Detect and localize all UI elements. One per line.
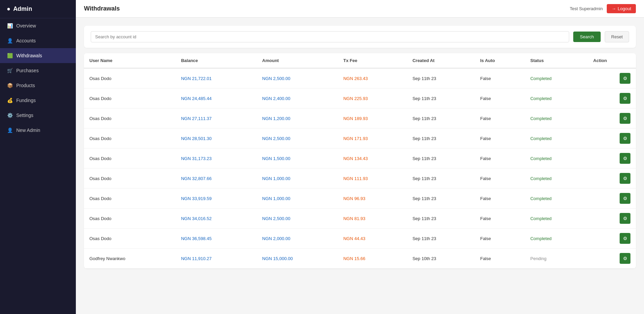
cell-createdat: Sep 10th 23 xyxy=(407,249,475,269)
cell-createdat: Sep 11th 23 xyxy=(407,109,475,129)
cell-status: Completed xyxy=(525,169,588,189)
cell-amount: NGN 1,000.00 xyxy=(257,169,338,189)
cell-txfee: NGN 171.93 xyxy=(338,129,407,149)
cell-txfee: NGN 263.43 xyxy=(338,68,407,89)
action-button-6[interactable]: ⚙ xyxy=(620,193,630,204)
cell-action: ⚙ xyxy=(588,149,636,168)
cell-username: Osas Dodo xyxy=(84,149,176,169)
cell-status: Completed xyxy=(525,189,588,209)
cell-action: ⚙ xyxy=(588,109,636,128)
sidebar-label-withdrawals: Withdrawals xyxy=(16,53,42,58)
action-button-8[interactable]: ⚙ xyxy=(620,233,630,244)
cell-status: Completed xyxy=(525,149,588,169)
action-button-4[interactable]: ⚙ xyxy=(620,153,630,164)
cell-isauto: False xyxy=(475,109,525,129)
cell-balance: NGN 24,485.44 xyxy=(176,89,257,109)
header-right: Test Superadmin → Logout xyxy=(570,4,636,13)
content-area: Search Reset User NameBalanceAmountTx Fe… xyxy=(76,18,644,314)
cell-balance: NGN 21,722.01 xyxy=(176,68,257,89)
settings-icon: ⚙️ xyxy=(7,113,13,118)
sidebar-label-overview: Overview xyxy=(16,23,36,28)
sidebar-nav: 📊Overview👤Accounts🟩Withdrawals🛒Purchases… xyxy=(0,18,76,138)
logout-icon: → xyxy=(611,6,616,11)
cell-txfee: NGN 111.93 xyxy=(338,169,407,189)
sidebar-logo: ● Admin xyxy=(0,0,76,18)
reset-button[interactable]: Reset xyxy=(605,31,629,42)
sidebar-item-settings[interactable]: ⚙️Settings xyxy=(0,108,76,123)
action-button-7[interactable]: ⚙ xyxy=(620,213,630,224)
sidebar-label-settings: Settings xyxy=(16,113,34,118)
cell-txfee: NGN 189.93 xyxy=(338,109,407,129)
sidebar-label-products: Products xyxy=(16,83,35,88)
cell-isauto: False xyxy=(475,229,525,249)
cell-isauto: False xyxy=(475,169,525,189)
overview-icon: 📊 xyxy=(7,23,13,28)
cell-amount: NGN 2,500.00 xyxy=(257,209,338,229)
cell-username: Osas Dodo xyxy=(84,129,176,149)
cell-status: Pending xyxy=(525,249,588,269)
cell-balance: NGN 31,173.23 xyxy=(176,149,257,169)
col-header-status: Status xyxy=(525,53,588,68)
sidebar-item-withdrawals[interactable]: 🟩Withdrawals xyxy=(0,48,76,63)
main-content: Withdrawals Test Superadmin → Logout Sea… xyxy=(76,0,644,314)
fundings-icon: 💰 xyxy=(7,98,13,103)
cell-createdat: Sep 11th 23 xyxy=(407,149,475,169)
action-button-3[interactable]: ⚙ xyxy=(620,133,630,144)
cell-createdat: Sep 11th 23 xyxy=(407,229,475,249)
action-button-9[interactable]: ⚙ xyxy=(620,253,630,264)
products-icon: 📦 xyxy=(7,83,13,88)
cell-createdat: Sep 11th 23 xyxy=(407,89,475,109)
cell-balance: NGN 28,501.30 xyxy=(176,129,257,149)
search-button[interactable]: Search xyxy=(573,32,601,42)
table-row: Osas DodoNGN 36,598.45NGN 2,000.00NGN 44… xyxy=(84,229,636,249)
search-input[interactable] xyxy=(91,31,569,42)
sidebar-label-fundings: Fundings xyxy=(16,98,36,103)
sidebar-label-accounts: Accounts xyxy=(16,38,36,43)
cell-txfee: NGN 134.43 xyxy=(338,149,407,169)
sidebar-item-accounts[interactable]: 👤Accounts xyxy=(0,33,76,48)
cell-action: ⚙ xyxy=(588,249,636,268)
accounts-icon: 👤 xyxy=(7,38,13,43)
table-row: Osas DodoNGN 27,111.37NGN 1,200.00NGN 18… xyxy=(84,109,636,129)
cell-isauto: False xyxy=(475,209,525,229)
cell-username: Osas Dodo xyxy=(84,209,176,229)
sidebar-item-purchases[interactable]: 🛒Purchases xyxy=(0,63,76,78)
col-header-created-at: Created At xyxy=(407,53,475,68)
cell-txfee: NGN 44.43 xyxy=(338,229,407,249)
cell-balance: NGN 11,910.27 xyxy=(176,249,257,269)
table-row: Osas DodoNGN 32,807.66NGN 1,000.00NGN 11… xyxy=(84,169,636,189)
cell-username: Osas Dodo xyxy=(84,169,176,189)
sidebar-item-overview[interactable]: 📊Overview xyxy=(0,18,76,33)
action-button-2[interactable]: ⚙ xyxy=(620,113,630,124)
cell-username: Osas Dodo xyxy=(84,189,176,209)
logout-button[interactable]: → Logout xyxy=(607,4,636,13)
action-button-0[interactable]: ⚙ xyxy=(620,73,630,84)
cell-status: Completed xyxy=(525,68,588,89)
cell-action: ⚙ xyxy=(588,68,636,88)
cell-balance: NGN 32,807.66 xyxy=(176,169,257,189)
sidebar: ● Admin 📊Overview👤Accounts🟩Withdrawals🛒P… xyxy=(0,0,76,314)
cell-username: Osas Dodo xyxy=(84,109,176,129)
cell-isauto: False xyxy=(475,68,525,89)
sidebar-label-purchases: Purchases xyxy=(16,68,39,73)
cell-username: Godfrey Nwankwo xyxy=(84,249,176,269)
cell-isauto: False xyxy=(475,189,525,209)
cell-balance: NGN 27,111.37 xyxy=(176,109,257,129)
sidebar-item-new-admin[interactable]: 👤New Admin xyxy=(0,123,76,138)
cell-amount: NGN 2,500.00 xyxy=(257,68,338,89)
table-row: Osas DodoNGN 24,485.44NGN 2,400.00NGN 22… xyxy=(84,89,636,109)
cell-amount: NGN 1,200.00 xyxy=(257,109,338,129)
col-header-is-auto: Is Auto xyxy=(475,53,525,68)
cell-action: ⚙ xyxy=(588,189,636,208)
action-button-5[interactable]: ⚙ xyxy=(620,173,630,184)
sidebar-item-products[interactable]: 📦Products xyxy=(0,78,76,93)
cell-username: Osas Dodo xyxy=(84,89,176,109)
cell-action: ⚙ xyxy=(588,209,636,228)
purchases-icon: 🛒 xyxy=(7,68,13,73)
col-header-balance: Balance xyxy=(176,53,257,68)
action-button-1[interactable]: ⚙ xyxy=(620,93,630,104)
sidebar-item-fundings[interactable]: 💰Fundings xyxy=(0,93,76,108)
cell-status: Completed xyxy=(525,209,588,229)
cell-createdat: Sep 11th 23 xyxy=(407,209,475,229)
withdrawals-table-container: User NameBalanceAmountTx FeeCreated AtIs… xyxy=(84,53,636,269)
